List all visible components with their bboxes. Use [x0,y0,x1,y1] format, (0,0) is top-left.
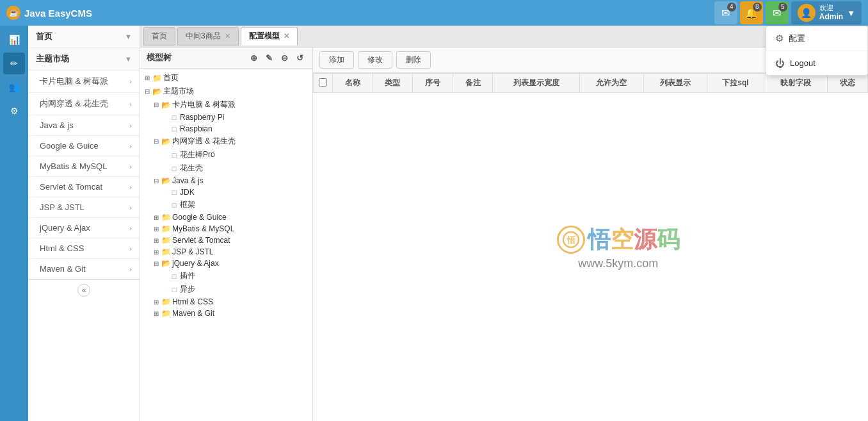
tree-node-rpi[interactable]: · □ Raspberry Pi [140,111,312,123]
tree-node-servlet-group[interactable]: ⊞ 📁 Servlet & Tomcat [140,235,312,246]
expand-icon-mybatis: ⊞ [152,224,161,233]
tree-node-java-group[interactable]: ⊟ 📂 Java & js [140,175,312,186]
file-icon-async: □ [170,285,179,294]
dropdown-config[interactable]: ⚙ 配置 [766,26,867,51]
tree-edit-btn[interactable]: ✎ [262,51,275,64]
nav-item-jquery[interactable]: jQuery & Ajax › [28,218,140,238]
msg-badge: 5 [778,3,787,12]
sidebar-users-icon[interactable]: 👥 [3,76,25,98]
wm-char-kong: 空 [611,224,634,256]
file-icon-jdk: □ [170,188,179,197]
tree-node-theme[interactable]: ⊟ 📂 主题市场 [140,85,312,98]
tree-add-btn[interactable]: ⊕ [247,51,260,64]
col-status: 状态 [828,74,868,93]
nav-item-maven[interactable]: Maven & Git › [28,259,140,279]
tree-node-google-group[interactable]: ⊞ 📁 Google & Guice [140,211,312,223]
tree-node-jsp-group[interactable]: ⊞ 📁 JSP & JSTL [140,246,312,258]
dropdown-logout-label: Logout [790,58,816,68]
tree-node-rpi-group[interactable]: ⊟ 📂 卡片电脑 & 树莓派 [140,98,312,111]
expand-icon-maven: ⊞ [152,309,161,318]
folder-icon-jquery: 📂 [161,259,171,268]
tab-config[interactable]: 配置模型 ✕ [241,27,298,45]
tab-config-close[interactable]: ✕ [284,32,289,40]
nav-home-label: 首页 [36,31,52,42]
scroll-left-button[interactable]: « [28,279,140,301]
nav-item-google[interactable]: Google & Guice › [28,136,140,156]
mail-button[interactable]: ✉ 4 [714,1,737,24]
sidebar-settings-icon[interactable]: ⚙ [3,100,25,122]
tree-node-framework[interactable]: · □ 框架 [140,198,312,211]
folder-icon-mybatis: 📁 [161,224,171,233]
tree-delete-btn[interactable]: ⊖ [278,51,291,64]
scroll-arrow-icon[interactable]: « [77,284,90,297]
tab-product-close[interactable]: ✕ [225,32,230,40]
sidebar-chart-icon[interactable]: 📊 [3,29,25,51]
tree-label-jsp-group: JSP & JSTL [172,247,310,256]
tree-node-shell[interactable]: · □ 花生壳 [140,161,312,175]
delete-button[interactable]: 删除 [396,51,431,69]
nav-item-mybatis-label: MyBatis & MySQL [40,161,107,171]
tree-node-pro[interactable]: · □ 花生棒Pro [140,148,312,161]
sidebar-edit-icon[interactable]: ✏ [3,53,25,74]
tab-product[interactable]: 中间3商品 ✕ [177,27,239,45]
expand-icon-jsp: ⊞ [152,247,161,256]
app-title: Java EasyCMS [24,8,92,19]
nav-item-jsp-chevron: › [129,204,132,211]
folder-icon-intranet: 📂 [161,137,171,146]
folder-icon-java: 📂 [161,176,171,185]
tree-node-jquery-group[interactable]: ⊟ 📂 jQuery & Ajax [140,258,312,269]
nav-item-jsp[interactable]: JSP & JSTL › [28,197,140,218]
tree-node-raspbian[interactable]: · □ Raspbian [140,123,312,135]
tree-label-plugin: 插件 [180,270,310,281]
expand-icon-jquery: ⊟ [152,259,161,268]
config-icon: ⚙ [775,33,784,44]
expand-icon-servlet: ⊞ [152,236,161,245]
nav-item-rpi[interactable]: 卡片电脑 & 树莓派 › [28,70,140,93]
nav-theme-market[interactable]: 主题市场 ▼ [28,48,140,70]
tree-label-servlet-group: Servlet & Tomcat [172,236,310,245]
tree-node-home[interactable]: ⊞ 📁 首页 [140,71,312,85]
dropdown-logout[interactable]: ⏻ Logout [766,51,867,75]
tree-label-jdk: JDK [180,188,310,197]
tree-label-async: 异步 [180,284,310,295]
tree-node-intranet-group[interactable]: ⊟ 📂 内网穿透 & 花生壳 [140,135,312,148]
tree-title: 模型树 [147,52,172,63]
tree-refresh-btn[interactable]: ↺ [293,51,306,64]
data-panel: 添加 修改 删除 名称 类型 序号 备注 列表显示宽 [313,47,868,421]
file-icon-framework: □ [170,201,179,210]
folder-icon-servlet: 📁 [161,236,171,245]
nav-theme-market-label: 主题市场 [36,53,69,65]
tree-node-mybatis-group[interactable]: ⊞ 📁 MyBatis & MySQL [140,223,312,235]
message-button[interactable]: ✉ 5 [766,1,789,24]
select-all-checkbox[interactable] [319,78,327,87]
col-seq: 序号 [413,74,453,93]
nav-item-mybatis[interactable]: MyBatis & MySQL › [28,156,140,177]
tab-home[interactable]: 首页 [143,27,175,45]
tree-node-maven-group[interactable]: ⊞ 📁 Maven & Git [140,308,312,319]
tree-label-home: 首页 [163,72,310,83]
nav-item-maven-label: Maven & Git [40,264,86,274]
logo-icon: ☕ [6,6,20,20]
tree-node-plugin[interactable]: · □ 插件 [140,269,312,283]
nav-item-servlet[interactable]: Servlet & Tomcat › [28,177,140,197]
tree-node-async[interactable]: · □ 异步 [140,283,312,296]
bell-button[interactable]: 🔔 8 [740,1,763,24]
folder-icon-google: 📁 [161,213,171,222]
nav-item-html[interactable]: Html & CSS › [28,238,140,259]
edit-button[interactable]: 修改 [358,51,392,69]
nav-item-java[interactable]: Java & js › [28,115,140,136]
watermark-url: www.5kym.com [578,257,658,270]
col-type: 类型 [373,74,413,93]
nav-item-servlet-label: Servlet & Tomcat [40,182,102,192]
user-area[interactable]: 👤 欢迎 Admin ▼ [791,1,862,24]
add-button[interactable]: 添加 [319,51,354,69]
user-info: 欢迎 Admin [819,4,843,22]
nav-home[interactable]: 首页 ▼ [28,26,140,48]
tabs-bar: 首页 中间3商品 ✕ 配置模型 ✕ [140,26,868,47]
tab-home-label: 首页 [152,31,167,42]
nav-item-html-label: Html & CSS [40,244,84,253]
file-icon-plugin: □ [170,272,179,281]
tree-node-html-group[interactable]: ⊞ 📁 Html & CSS [140,296,312,308]
tree-node-jdk[interactable]: · □ JDK [140,186,312,198]
nav-item-intranet[interactable]: 内网穿透 & 花生壳 › [28,93,140,115]
